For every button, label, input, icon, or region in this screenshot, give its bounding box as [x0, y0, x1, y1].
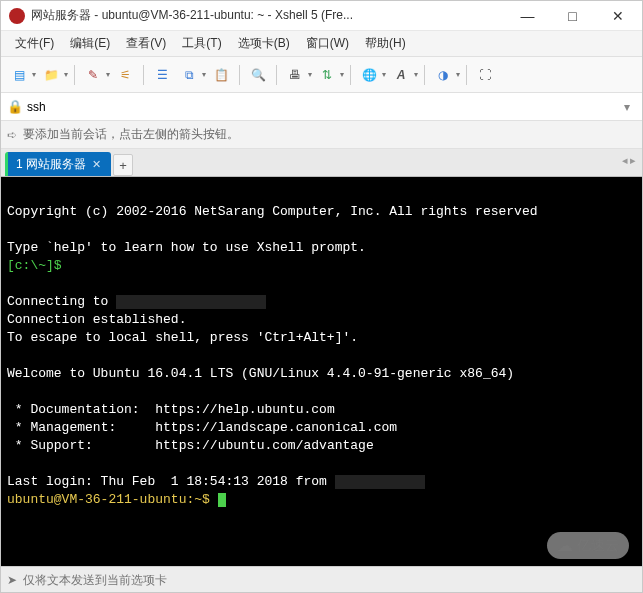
address-bar: 🔒 ▾: [1, 93, 642, 121]
menu-edit[interactable]: 编辑(E): [62, 32, 118, 55]
terminal-support-url: https://ubuntu.com/advantage: [155, 438, 373, 453]
print-icon[interactable]: 🖶: [283, 63, 307, 87]
fullscreen-icon[interactable]: ⛶: [473, 63, 497, 87]
command-bar: ➤: [1, 566, 642, 592]
terminal-mgmt-label: * Management:: [7, 420, 155, 435]
hint-text: 要添加当前会话，点击左侧的箭头按钮。: [23, 126, 239, 143]
menu-window[interactable]: 窗口(W): [298, 32, 357, 55]
tab-prev-icon[interactable]: ◂: [622, 154, 628, 167]
copy-icon[interactable]: ⧉: [177, 63, 201, 87]
terminal[interactable]: Copyright (c) 2002-2016 NetSarang Comput…: [1, 177, 642, 566]
terminal-help-line: Type `help' to learn how to use Xshell p…: [7, 240, 366, 255]
tab-bar: 1 网站服务器 ✕ + ◂ ▸: [1, 149, 642, 177]
tab-next-icon[interactable]: ▸: [630, 154, 636, 167]
new-session-icon[interactable]: ▤: [7, 63, 31, 87]
address-input[interactable]: [27, 100, 618, 114]
hint-bar: ➪ 要添加当前会话，点击左侧的箭头按钮。: [1, 121, 642, 149]
terminal-doc-url: https://help.ubuntu.com: [155, 402, 334, 417]
terminal-welcome: Welcome to Ubuntu 16.04.1 LTS (GNU/Linux…: [7, 366, 514, 381]
app-icon: [9, 8, 25, 24]
terminal-support-label: * Support:: [7, 438, 155, 453]
toolbar-separator: [350, 65, 351, 85]
terminal-established: Connection established.: [7, 312, 186, 327]
terminal-last-login: Last login: Thu Feb 1 18:54:13 2018 from: [7, 474, 335, 489]
toolbar: ▤▾ 📁▾ ✎▾ ⚟ ☰ ⧉▾ 📋 🔍 🖶▾ ⇅▾ 🌐▾ A▾ ◑▾ ⛶: [1, 57, 642, 93]
arrow-icon[interactable]: ➪: [7, 128, 17, 142]
redacted-host: [116, 295, 266, 309]
terminal-escape-hint: To escape to local shell, press 'Ctrl+Al…: [7, 330, 358, 345]
terminal-mgmt-url: https://landscape.canonical.com: [155, 420, 397, 435]
toolbar-separator: [424, 65, 425, 85]
tab-active[interactable]: 1 网站服务器 ✕: [5, 152, 111, 176]
maximize-button[interactable]: □: [550, 2, 595, 30]
toolbar-separator: [466, 65, 467, 85]
redacted-from: [335, 475, 425, 489]
terminal-cursor: [218, 493, 226, 507]
disconnect-icon[interactable]: ⚟: [113, 63, 137, 87]
tab-label: 网站服务器: [26, 156, 86, 173]
send-icon[interactable]: ➤: [7, 573, 17, 587]
terminal-connecting: Connecting to: [7, 294, 108, 309]
tab-close-icon[interactable]: ✕: [92, 158, 101, 171]
window-controls: — □ ✕: [505, 2, 640, 30]
close-button[interactable]: ✕: [595, 2, 640, 30]
properties-icon[interactable]: ☰: [150, 63, 174, 87]
menu-file[interactable]: 文件(F): [7, 32, 62, 55]
reconnect-icon[interactable]: ✎: [81, 63, 105, 87]
menu-help[interactable]: 帮助(H): [357, 32, 414, 55]
address-dropdown-icon[interactable]: ▾: [618, 100, 636, 114]
find-icon[interactable]: 🔍: [246, 63, 270, 87]
terminal-local-prompt: [c:\~]$: [7, 258, 62, 273]
tab-nav: ◂ ▸: [622, 154, 636, 167]
menubar: 文件(F) 编辑(E) 查看(V) 工具(T) 选项卡(B) 窗口(W) 帮助(…: [1, 31, 642, 57]
command-input[interactable]: [23, 573, 636, 587]
tab-add-button[interactable]: +: [113, 154, 133, 176]
open-session-icon[interactable]: 📁: [39, 63, 63, 87]
menu-tools[interactable]: 工具(T): [174, 32, 229, 55]
terminal-remote-prompt: ubuntu@VM-36-211-ubuntu:~$: [7, 492, 218, 507]
titlebar: 网站服务器 - ubuntu@VM-36-211-ubuntu: ~ - Xsh…: [1, 1, 642, 31]
lock-icon: 🔒: [7, 99, 23, 114]
toolbar-separator: [276, 65, 277, 85]
menu-view[interactable]: 查看(V): [118, 32, 174, 55]
minimize-button[interactable]: —: [505, 2, 550, 30]
transfer-icon[interactable]: ⇅: [315, 63, 339, 87]
toolbar-separator: [74, 65, 75, 85]
paste-icon[interactable]: 📋: [209, 63, 233, 87]
toolbar-separator: [143, 65, 144, 85]
toolbar-separator: [239, 65, 240, 85]
menu-tabs[interactable]: 选项卡(B): [230, 32, 298, 55]
font-icon[interactable]: A: [389, 63, 413, 87]
terminal-copyright: Copyright (c) 2002-2016 NetSarang Comput…: [7, 204, 538, 219]
color-scheme-icon[interactable]: ◑: [431, 63, 455, 87]
terminal-doc-label: * Documentation:: [7, 402, 155, 417]
globe-icon[interactable]: 🌐: [357, 63, 381, 87]
tab-index: 1: [16, 157, 23, 171]
window-title: 网站服务器 - ubuntu@VM-36-211-ubuntu: ~ - Xsh…: [31, 7, 505, 24]
